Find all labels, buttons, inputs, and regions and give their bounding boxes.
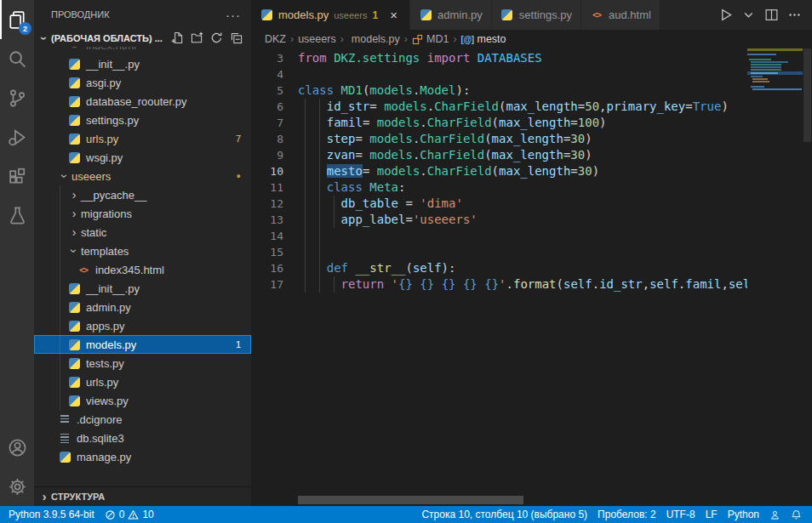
- horizontal-scrollbar[interactable]: [298, 496, 523, 504]
- new-file-icon: [171, 31, 184, 44]
- status-feedback[interactable]: [764, 506, 786, 523]
- status-encoding[interactable]: UTF-8: [661, 506, 700, 523]
- views-and-more-actions-button[interactable]: ···: [226, 8, 241, 22]
- error-count: 0: [119, 509, 125, 520]
- tree-item-urls-py[interactable]: urls.py7: [34, 129, 251, 148]
- outline-section-header[interactable]: › СТРУКТУРА: [34, 487, 251, 506]
- code-line-4[interactable]: 4: [251, 66, 747, 82]
- activity-run-debug[interactable]: [0, 117, 34, 156]
- new-file-button[interactable]: [171, 31, 184, 44]
- code-line-5[interactable]: 5class MD1(models.Model):: [251, 82, 747, 99]
- error-icon: [105, 509, 116, 520]
- code-text: [283, 66, 298, 82]
- tree-item-tests-py[interactable]: tests.py: [34, 354, 251, 372]
- more-actions-button[interactable]: [786, 6, 803, 24]
- tree-item-label: manage.py: [77, 451, 131, 463]
- new-folder-button[interactable]: [191, 31, 203, 44]
- activity-settings[interactable]: [0, 467, 34, 506]
- activity-explorer[interactable]: 2: [0, 0, 34, 39]
- activity-account[interactable]: [0, 428, 34, 467]
- tree-item-db-sqlite3[interactable]: db.sqlite3: [34, 429, 251, 447]
- status-language-mode[interactable]: Python: [723, 506, 764, 523]
- warning-count: 10: [142, 509, 153, 520]
- tree-item--init-py[interactable]: __init__.py: [34, 54, 251, 73]
- refresh-button[interactable]: [210, 31, 223, 44]
- status-eol[interactable]: LF: [700, 506, 723, 523]
- breadcrumb-item-useeers[interactable]: useeers: [298, 33, 335, 45]
- run-dropdown-button[interactable]: [740, 6, 758, 24]
- close-icon[interactable]: ×: [386, 8, 401, 22]
- tree-item-views-py[interactable]: views.py: [34, 391, 251, 410]
- code-line-6[interactable]: 6 id_str= models.CharField(max_length=50…: [251, 99, 747, 115]
- code-line-12[interactable]: 12 db_table = 'dima': [251, 196, 747, 212]
- collapse-all-button[interactable]: [230, 31, 243, 44]
- status-label: UTF-8: [666, 509, 695, 520]
- tree-item-urls-py[interactable]: urls.py: [34, 372, 251, 391]
- activity-search[interactable]: [0, 39, 34, 78]
- tree-item-settings-py[interactable]: settings.py: [34, 111, 251, 129]
- tab-settings-py[interactable]: settings.py: [492, 0, 581, 30]
- file-icon: [60, 415, 69, 424]
- breadcrumb-item-mesto[interactable]: [@]mesto: [461, 33, 506, 45]
- tree-item-manage-py[interactable]: manage.py: [34, 447, 251, 466]
- run-button[interactable]: [717, 6, 735, 24]
- indent-guide: [305, 99, 306, 115]
- tree-item-admin-py[interactable]: admin.py: [34, 298, 251, 316]
- tree-item-label: admin.py: [86, 301, 131, 314]
- tree-item-asgi-py[interactable]: asgi.py: [34, 73, 251, 92]
- python-icon: [69, 377, 80, 388]
- vertical-scrollbar[interactable]: [803, 48, 812, 506]
- activity-testing[interactable]: [0, 196, 34, 235]
- tree-item--dcignore[interactable]: .dcignore: [34, 410, 251, 429]
- code-line-11[interactable]: 11 class Meta:: [251, 179, 747, 196]
- breadcrumb-item-models.py[interactable]: models.py: [348, 33, 400, 45]
- tree-item-migrations[interactable]: ›migrations: [34, 204, 251, 223]
- person-icon: [769, 509, 781, 520]
- code-line-13[interactable]: 13 app_label='useeers': [251, 212, 747, 228]
- activity-source-control[interactable]: [0, 78, 34, 117]
- tree-item-index345-html[interactable]: <>index345.html: [34, 260, 251, 279]
- code-line-17[interactable]: 17 return '{} {} {} {} {}'.format(self.i…: [251, 276, 747, 293]
- tree-item-database-roouter-py[interactable]: database_roouter.py: [34, 92, 251, 111]
- code-line-8[interactable]: 8 step= models.CharField(max_length=30): [251, 131, 747, 147]
- more-icon: [787, 8, 802, 22]
- tree-item-models-py[interactable]: models.py1: [34, 335, 251, 354]
- tree-item-index-html[interactable]: <>index.html: [34, 47, 251, 54]
- activity-badge: 2: [19, 22, 31, 35]
- workspace-section-header[interactable]: › (РАБОЧАЯ ОБЛАСТЬ) ...: [34, 29, 251, 47]
- tab-models-py[interactable]: models.pyuseeers1×: [251, 0, 410, 30]
- code-line-9[interactable]: 9 zvan= models.CharField(max_length=30): [251, 147, 747, 163]
- code-editor[interactable]: 3from DKZ.settings import DATABASES45cla…: [251, 48, 812, 506]
- code-line-15[interactable]: 15: [251, 244, 747, 260]
- status-indentation[interactable]: Пробелов: 2: [592, 506, 661, 523]
- line-number: 15: [251, 244, 283, 260]
- tab-aud-html[interactable]: <>aud.html: [581, 0, 660, 30]
- code-text: from DKZ.settings import DATABASES: [283, 50, 542, 66]
- tree-item-static[interactable]: ›static: [34, 223, 251, 242]
- minimap[interactable]: [747, 48, 803, 506]
- tree-item-templates[interactable]: ›templates: [34, 242, 251, 260]
- code-line-10[interactable]: 10 mesto= models.CharField(max_length=30…: [251, 163, 747, 179]
- activity-extensions[interactable]: [0, 156, 34, 196]
- tab-admin-py[interactable]: admin.py: [410, 0, 492, 30]
- status-python-interpreter[interactable]: Python 3.9.5 64-bit: [3, 506, 100, 523]
- breadcrumb-item-dkz[interactable]: DKZ: [265, 33, 286, 45]
- split-editor-button[interactable]: [763, 6, 781, 24]
- status-problems[interactable]: 010: [100, 506, 159, 523]
- code-line-3[interactable]: 3from DKZ.settings import DATABASES: [251, 50, 747, 66]
- tree-item--init-py[interactable]: __init__.py: [34, 279, 251, 298]
- breadcrumb-item-md1[interactable]: MD1: [412, 33, 449, 45]
- tree-item-useeers[interactable]: ›useeers●: [34, 167, 251, 185]
- activity-bar: 2: [0, 0, 34, 506]
- tree-item-wsgi-py[interactable]: wsgi.py: [34, 148, 251, 167]
- minimap-mark: [751, 64, 781, 65]
- python-icon: [69, 321, 80, 332]
- status-notifications[interactable]: [786, 506, 807, 523]
- code-line-7[interactable]: 7 famil= models.CharField(max_length=100…: [251, 115, 747, 131]
- tree-item-apps-py[interactable]: apps.py: [34, 316, 251, 335]
- tree-item--pycache-[interactable]: ›__pycache__: [34, 185, 251, 204]
- code-line-14[interactable]: 14: [251, 228, 747, 244]
- code-line-16[interactable]: 16 def __str__(self):: [251, 260, 747, 276]
- status-cursor-position[interactable]: Строка 10, столбец 10 (выбрано 5): [416, 506, 592, 523]
- indent-guide: [305, 147, 306, 163]
